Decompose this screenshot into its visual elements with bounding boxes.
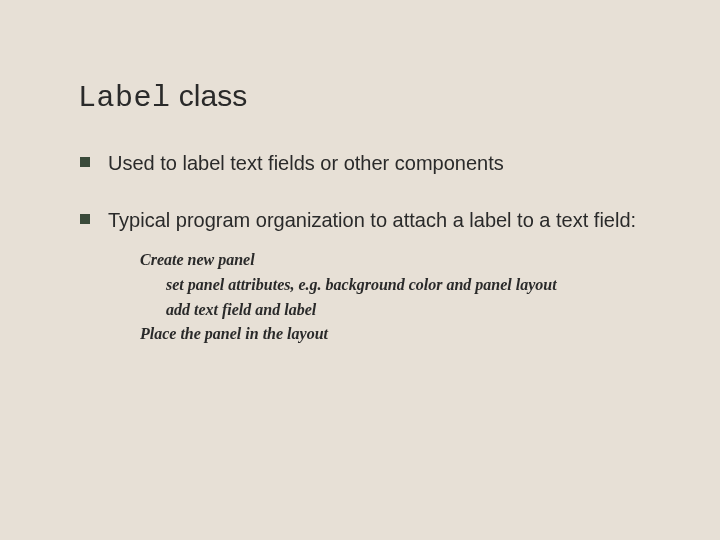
step-line: add text field and label: [140, 298, 660, 323]
slide-title: Label class: [78, 78, 660, 116]
steps-block: Create new panel set panel attributes, e…: [108, 248, 660, 347]
step-line: set panel attributes, e.g. background co…: [140, 273, 660, 298]
bullet-text: Used to label text fields or other compo…: [108, 152, 504, 174]
bullet-list: Used to label text fields or other compo…: [78, 150, 660, 347]
bullet-text: Typical program organization to attach a…: [108, 209, 636, 231]
title-rest: class: [171, 79, 248, 112]
bullet-item: Typical program organization to attach a…: [78, 207, 660, 347]
bullet-item: Used to label text fields or other compo…: [78, 150, 660, 177]
slide: Label class Used to label text fields or…: [0, 0, 720, 540]
title-code: Label: [78, 81, 171, 115]
step-line: Create new panel: [140, 248, 660, 273]
step-line: Place the panel in the layout: [140, 322, 660, 347]
